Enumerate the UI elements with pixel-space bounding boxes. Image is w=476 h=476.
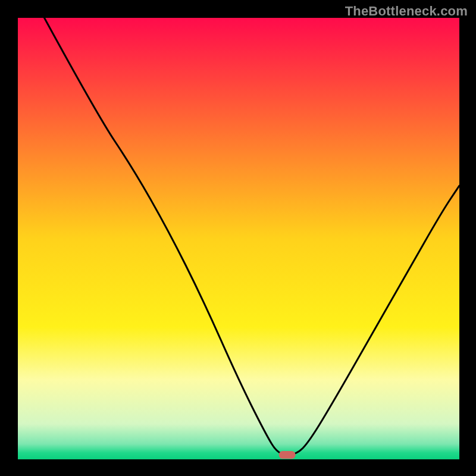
watermark-label: TheBottleneck.com xyxy=(345,4,468,19)
chart-frame: TheBottleneck.com xyxy=(0,0,476,476)
plot-area xyxy=(18,18,459,459)
minimum-marker xyxy=(279,451,296,459)
chart-svg xyxy=(18,18,459,459)
chart-background xyxy=(18,18,459,459)
